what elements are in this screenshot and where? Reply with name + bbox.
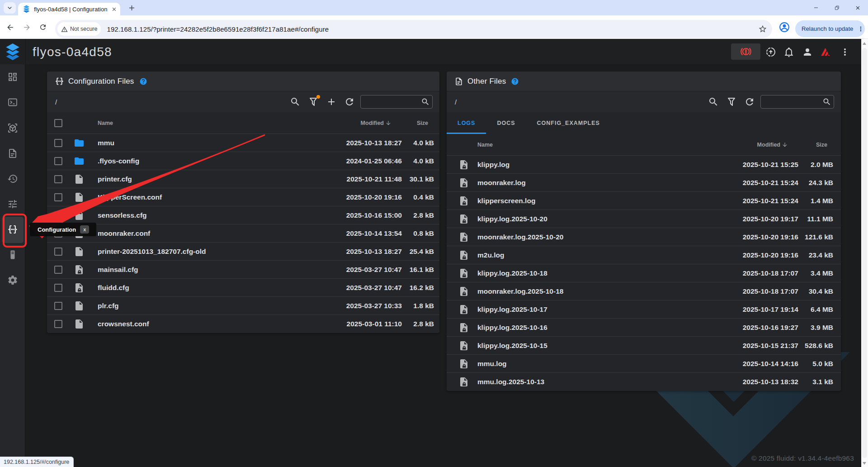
column-name[interactable]: Name: [477, 142, 720, 148]
reload-button[interactable]: [36, 20, 50, 34]
file-row[interactable]: mmu.log 2025-10-14 14:16 5.0 kB: [447, 355, 841, 373]
file-search-field[interactable]: [760, 95, 834, 109]
file-row[interactable]: printer.cfg 2025-10-21 11:48 30.1 kB: [47, 170, 439, 188]
help-icon[interactable]: [139, 77, 147, 86]
column-name[interactable]: Name: [98, 120, 324, 126]
file-row[interactable]: klippy.log.2025-10-17 2025-10-17 19:14 6…: [447, 300, 841, 319]
file-row[interactable]: fluidd.cfg 2025-03-27 10:47 16.2 kB: [47, 279, 439, 297]
card-title: Configuration Files: [68, 77, 134, 86]
search-toggle-button[interactable]: [290, 96, 301, 107]
file-row[interactable]: printer-20251013_182707.cfg-old 2025-10-…: [47, 243, 439, 261]
breadcrumb[interactable]: /: [55, 98, 57, 106]
user-button[interactable]: [802, 47, 813, 57]
file-row[interactable]: klipperscreen.log 2025-10-21 15:24 1.4 M…: [447, 192, 841, 210]
forward-button[interactable]: [20, 20, 33, 34]
file-row[interactable]: .flyos-config 2024-01-25 06:46 4.0 kB: [47, 152, 439, 170]
file-row[interactable]: KlipperScreen.conf 2025-10-20 19:16 0.4 …: [47, 188, 439, 206]
brand-button[interactable]: [820, 47, 831, 57]
sidebar-item-console[interactable]: [0, 90, 25, 115]
emergency-stop-button[interactable]: [731, 43, 760, 60]
file-row[interactable]: moonraker.log.2025-10-20 2025-10-20 19:1…: [447, 228, 841, 246]
refresh-button[interactable]: [744, 96, 755, 107]
sidebar-item-tune[interactable]: [0, 191, 25, 217]
help-icon[interactable]: [511, 77, 519, 86]
plus-icon: [326, 96, 337, 107]
tab-config-examples[interactable]: CONFIG_EXAMPLES: [526, 112, 611, 134]
app-menu-button[interactable]: [840, 47, 850, 57]
file-name: sensorless.cfg: [98, 211, 330, 219]
search-toggle-button[interactable]: [708, 96, 719, 107]
file-search-field[interactable]: [360, 95, 433, 109]
row-checkbox[interactable]: [54, 139, 62, 147]
file-row[interactable]: moonraker.log 2025-10-21 15:24 24.3 kB: [447, 174, 841, 192]
file-name: m2u.log: [477, 251, 717, 259]
column-size[interactable]: Size: [392, 120, 428, 126]
tab-logs[interactable]: LOGS: [447, 112, 486, 134]
add-file-button[interactable]: [326, 96, 337, 107]
file-row[interactable]: crowsnest.conf 2025-03-01 11:10 2.8 kB: [47, 315, 439, 333]
page-scrollbar[interactable]: [861, 39, 868, 467]
file-row[interactable]: moonraker.conf 2025-10-14 13:54 0.8 kB: [47, 224, 439, 243]
bookmark-button[interactable]: [758, 24, 767, 33]
file-search-input[interactable]: [361, 99, 421, 105]
file-row[interactable]: plr.cfg 2025-03-27 10:33 1.8 kB: [47, 297, 439, 315]
security-chip[interactable]: Not secure: [57, 22, 101, 36]
row-checkbox[interactable]: [54, 175, 62, 183]
filter-button[interactable]: [726, 96, 737, 107]
browser-tab[interactable]: flyos-0a4d58 | Configuration: [18, 3, 120, 15]
new-tab-button[interactable]: [126, 2, 137, 14]
row-checkbox[interactable]: [54, 248, 62, 256]
updates-button[interactable]: [765, 47, 776, 57]
relaunch-to-update-button[interactable]: Relaunch to update: [795, 20, 865, 37]
sidebar-item-jobs[interactable]: [0, 141, 25, 166]
window-restore-button[interactable]: [826, 0, 847, 15]
refresh-button[interactable]: [344, 96, 355, 107]
file-size: 1.4 MB: [798, 197, 833, 205]
file-row[interactable]: klippy.log.2025-10-16 2025-10-16 19:27 3…: [447, 319, 841, 337]
sidebar-item-dashboard[interactable]: [0, 64, 25, 90]
select-all-checkbox[interactable]: [54, 119, 62, 127]
notifications-button[interactable]: [783, 47, 794, 57]
row-checkbox[interactable]: [54, 193, 62, 201]
tab-close-button[interactable]: [111, 6, 117, 12]
window-close-button[interactable]: [847, 0, 868, 15]
file-row[interactable]: mmu 2025-10-13 18:27 4.0 kB: [47, 134, 439, 152]
file-row[interactable]: klippy.log.2025-10-15 2025-10-15 21:37 5…: [447, 337, 841, 355]
row-checkbox[interactable]: [54, 320, 62, 328]
column-size[interactable]: Size: [788, 142, 827, 148]
profile-button[interactable]: [778, 21, 790, 33]
row-checkbox[interactable]: [54, 302, 62, 310]
file-row[interactable]: mainsail.cfg 2025-03-27 10:47 16.1 kB: [47, 261, 439, 279]
address-bar[interactable]: Not secure 192.168.1.125/?printer=24282e…: [55, 20, 772, 38]
breadcrumb[interactable]: /: [455, 98, 457, 106]
history-icon: [7, 173, 18, 184]
column-modified[interactable]: Modified: [720, 142, 788, 148]
sidebar-item-settings[interactable]: [0, 267, 25, 293]
window-minimize-button[interactable]: [806, 0, 826, 15]
sidebar-item-gcode-preview[interactable]: [0, 115, 25, 141]
scrollbar-thumb[interactable]: [862, 48, 867, 458]
file-size: 24.3 kB: [798, 179, 833, 187]
column-modified[interactable]: Modified: [324, 120, 392, 126]
file-modified: 2025-10-13 18:27: [330, 248, 402, 256]
file-row[interactable]: klippy.log 2025-10-21 15:25 2.0 MB: [447, 156, 841, 174]
minimize-icon: [813, 5, 819, 10]
scroll-up-arrow[interactable]: [863, 42, 866, 45]
file-row[interactable]: m2u.log 2025-10-20 19:16 23.4 kB: [447, 246, 841, 264]
row-checkbox[interactable]: [54, 211, 62, 219]
tab-search-button[interactable]: [4, 2, 16, 14]
filter-button[interactable]: [308, 96, 319, 107]
file-search-input[interactable]: [761, 99, 822, 105]
sidebar-item-history[interactable]: [0, 166, 25, 191]
scroll-down-arrow[interactable]: [863, 462, 866, 465]
file-row[interactable]: klippy.log.2025-10-20 2025-10-20 19:17 1…: [447, 210, 841, 228]
tab-docs[interactable]: DOCS: [486, 112, 526, 134]
file-row[interactable]: mmu.log.2025-10-13 2025-10-13 18:32 3.1 …: [447, 373, 841, 391]
row-checkbox[interactable]: [54, 266, 62, 274]
file-row[interactable]: klippy.log.2025-10-18 2025-10-18 17:07 3…: [447, 264, 841, 282]
file-row[interactable]: sensorless.cfg 2025-10-16 15:00 2.8 kB: [47, 206, 439, 224]
back-button[interactable]: [3, 20, 17, 34]
row-checkbox[interactable]: [54, 157, 62, 165]
file-row[interactable]: moonraker.log.2025-10-18 2025-10-18 17:0…: [447, 282, 841, 300]
row-checkbox[interactable]: [54, 284, 62, 292]
